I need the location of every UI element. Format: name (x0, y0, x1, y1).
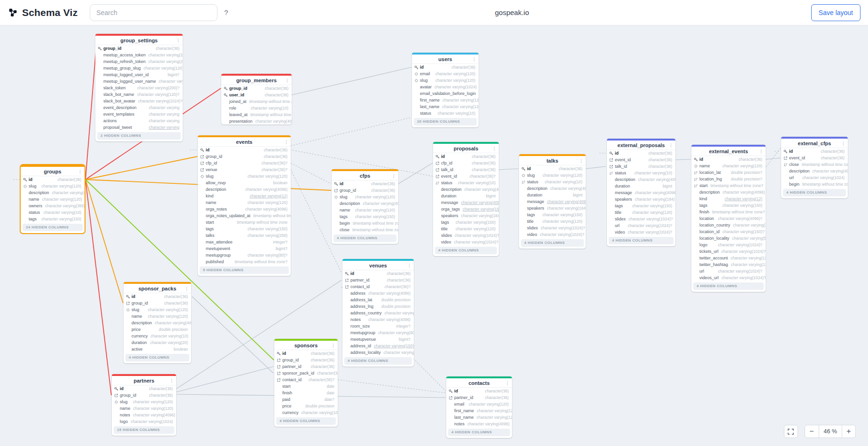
column-row-tags[interactable]: tags character varying(150) (607, 203, 675, 209)
column-row-partner_id[interactable]: partner_id character(36) (446, 394, 512, 401)
column-row-start[interactable]: start timestamp without time zone? (691, 182, 766, 189)
column-row-speakers[interactable]: speakers character varying(184) (607, 196, 675, 203)
column-row-description[interactable]: description character varying(4096) (21, 189, 85, 196)
kebab-menu-icon[interactable]: ⋮ (392, 171, 396, 180)
column-row-address_id[interactable]: address_id character varying(150) (342, 343, 414, 349)
search-input[interactable] (90, 4, 217, 21)
table-header[interactable]: users ⋮ (412, 55, 479, 64)
hidden-columns-footer[interactable]: 4 HIDDEN COLUMNS (435, 247, 497, 254)
column-row-tags[interactable]: tags character varying(150) (433, 219, 499, 226)
column-row-meetup_group_slug[interactable]: meetup_group_slug character varying(120)… (95, 65, 183, 71)
column-row-room_size[interactable]: room_size integer? (342, 323, 414, 329)
table-header[interactable]: group_members ⋮ (221, 76, 292, 85)
column-row-id[interactable]: id character(36) (519, 165, 586, 172)
column-row-description[interactable]: description character varying(4096) (124, 320, 191, 326)
column-row-currency[interactable]: currency character varying(10) (274, 409, 338, 416)
column-row-title[interactable]: title character varying(120) (433, 226, 499, 232)
column-row-meetup_logged_user_name[interactable]: meetup_logged_user_name character varyin… (95, 78, 183, 85)
column-row-email[interactable]: email character varying(120) (412, 70, 479, 77)
column-row-slug[interactable]: slug character varying(120) (112, 399, 176, 405)
column-row-cfp_id[interactable]: cfp_id character(36) (433, 160, 499, 166)
table-card-group_settings[interactable]: group_settings ⋮ group_id character(36) … (95, 34, 183, 141)
zoom-out-button[interactable]: − (805, 425, 819, 438)
table-header[interactable]: contacts ⋮ (446, 378, 512, 388)
column-row-start[interactable]: start timestamp without time zone (198, 219, 291, 226)
hidden-columns-footer[interactable]: 2 HIDDEN COLUMNS (97, 132, 181, 140)
column-row-event_description[interactable]: event_description character varying (95, 104, 183, 111)
column-row-tags[interactable]: tags character varying(150) (691, 202, 766, 209)
column-row-group_id[interactable]: group_id character(36) (221, 85, 292, 92)
save-layout-button[interactable]: Save layout (811, 4, 860, 21)
column-row-first_name[interactable]: first_name character varying(120) (446, 407, 512, 414)
hidden-columns-footer[interactable]: 4 HIDDEN COLUMNS (333, 235, 396, 242)
column-row-tags[interactable]: tags character varying(150) (21, 216, 85, 222)
diagram-canvas[interactable]: group_settings ⋮ group_id character(36) … (0, 0, 868, 446)
column-row-event_id[interactable]: event_id character(36) (781, 155, 848, 161)
fit-screen-button[interactable] (784, 425, 798, 438)
column-row-id[interactable]: id character(36) (112, 385, 176, 392)
column-row-id[interactable]: id character(36) (412, 64, 479, 70)
table-card-sponsors[interactable]: sponsors ⋮ id character(36) group_id cha… (274, 339, 338, 427)
kebab-menu-icon[interactable]: ⋮ (492, 144, 496, 153)
column-row-talk_id[interactable]: talk_id character(36) (607, 163, 675, 170)
table-card-events[interactable]: events ⋮ id character(36) group_id chara… (198, 135, 291, 276)
table-header[interactable]: partners ⋮ (112, 376, 176, 385)
hidden-columns-footer[interactable]: 4 HIDDEN COLUMNS (276, 417, 336, 425)
table-header[interactable]: cfps ⋮ (332, 171, 398, 180)
column-row-meetup_access_token[interactable]: meetup_access_token character varying(20… (95, 52, 183, 58)
column-row-location_lng[interactable]: location_lng double precision? (691, 176, 766, 182)
column-row-email_validation_before_login[interactable]: email_validation_before_login boolean (412, 90, 479, 97)
column-row-title[interactable]: title character varying(120) (519, 218, 586, 225)
column-row-status[interactable]: status character varying(10) (412, 110, 479, 117)
column-row-slides[interactable]: slides character varying(1024)? (607, 216, 675, 222)
column-row-status[interactable]: status character varying(10) (607, 170, 675, 176)
table-card-talks[interactable]: talks ⋮ id character(36) slug character … (519, 154, 586, 249)
column-row-id[interactable]: id character(36) (124, 293, 191, 300)
table-header[interactable]: talks ⋮ (519, 156, 586, 165)
column-row-meetup_refresh_token[interactable]: meetup_refresh_token character varying(2… (95, 58, 183, 65)
column-row-duration[interactable]: duration character varying(20) (124, 339, 191, 346)
column-row-close[interactable]: close timestamp without time zone? (781, 161, 848, 168)
column-row-group_id[interactable]: group_id character(36) (198, 153, 291, 160)
hidden-columns-footer[interactable]: 4 HIDDEN COLUMNS (693, 282, 764, 290)
column-row-last_name[interactable]: last_name character varying(120) (446, 414, 512, 421)
column-row-location_id[interactable]: location_id character varying(150)? (691, 228, 766, 235)
column-row-url[interactable]: url character varying(1024)? (691, 268, 766, 274)
column-row-orga_tags[interactable]: orga_tags character varying(150) (433, 206, 499, 212)
table-card-external_proposals[interactable]: external_proposals ⋮ id character(36) ev… (607, 139, 675, 246)
column-row-allow_rsvp[interactable]: allow_rsvp boolean (198, 180, 291, 186)
column-row-kind[interactable]: kind character varying(12) (691, 196, 766, 202)
column-row-proposal_tweet[interactable]: proposal_tweet character varying (95, 124, 183, 131)
table-header[interactable]: external_proposals ⋮ (607, 141, 675, 150)
kebab-menu-icon[interactable]: ⋮ (185, 284, 189, 293)
column-row-duration[interactable]: duration bigint (607, 183, 675, 189)
table-card-group_members[interactable]: group_members ⋮ group_id character(36) u… (221, 74, 292, 125)
column-row-name[interactable]: name character varying(120) (691, 163, 766, 169)
table-card-partners[interactable]: partners ⋮ id character(36) group_id cha… (112, 374, 176, 436)
column-row-owners[interactable]: owners character varying(369) (21, 203, 85, 209)
column-row-kind[interactable]: kind character varying(12) (198, 193, 291, 199)
column-row-published[interactable]: published timestamp without time zone? (198, 258, 291, 265)
column-row-status[interactable]: status character varying(10) (433, 180, 499, 186)
column-row-description[interactable]: description character varying(4096) (519, 185, 586, 192)
column-row-talk_id[interactable]: talk_id character(36) (433, 166, 499, 173)
kebab-menu-icon[interactable]: ⋮ (505, 378, 510, 388)
column-row-active[interactable]: active boolean (124, 346, 191, 352)
table-card-venues[interactable]: venues ⋮ id character(36) partner_id cha… (342, 259, 414, 367)
column-row-slack_bot_name[interactable]: slack_bot_name character varying(120)? (95, 91, 183, 98)
column-row-speakers[interactable]: speakers character varying(184) (433, 212, 499, 219)
column-row-url[interactable]: url character varying(1024) (781, 174, 848, 181)
column-row-event_id[interactable]: event_id character(36) (607, 156, 675, 163)
column-row-message[interactable]: message character varying(4096) (607, 189, 675, 196)
table-header[interactable]: external_cfps ⋮ (781, 139, 848, 148)
column-row-group_id[interactable]: group_id character(36) (95, 45, 183, 52)
kebab-menu-icon[interactable]: ⋮ (669, 141, 673, 150)
column-row-location_locality[interactable]: location_locality character varying(50)? (691, 235, 766, 242)
column-row-id[interactable]: id character(36) (446, 388, 512, 394)
table-header[interactable]: events ⋮ (198, 137, 291, 147)
column-row-meetupgroup[interactable]: meetupgroup character varying(80)? (198, 252, 291, 258)
column-row-slug[interactable]: slug character varying(120) (519, 172, 586, 179)
column-row-description[interactable]: description character varying(4096) (332, 200, 398, 207)
column-row-group_id[interactable]: group_id character(36) (112, 392, 176, 399)
column-row-slug[interactable]: slug character varying(120) (124, 306, 191, 313)
